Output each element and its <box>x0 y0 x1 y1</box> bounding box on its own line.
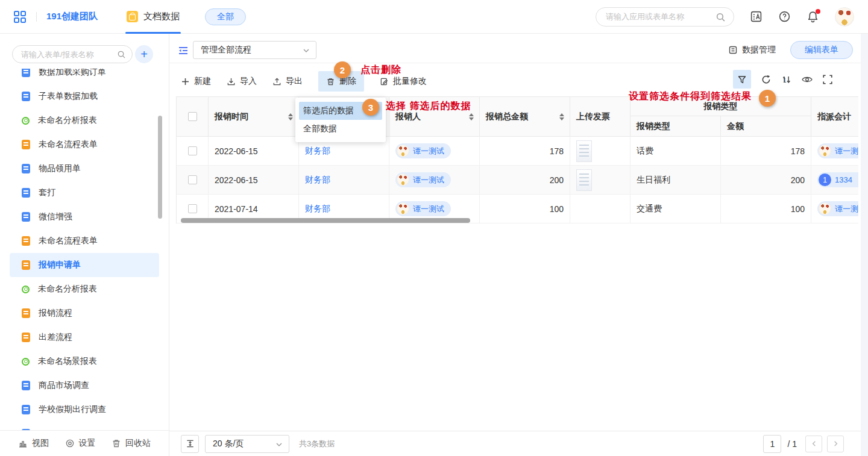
sidebar-scrollbar[interactable] <box>158 116 162 219</box>
export-label: 导出 <box>286 76 303 87</box>
menu-item-all-data[interactable]: 全部数据 <box>299 120 382 138</box>
sidebar-item[interactable]: 套打 <box>10 181 159 205</box>
accountant-tag[interactable]: 谭一测试 <box>817 143 858 158</box>
sort-toggle[interactable] <box>559 113 564 120</box>
page-size-select[interactable]: 20 条/页 <box>205 435 289 453</box>
person-tag[interactable]: 谭一测试 <box>395 143 451 158</box>
sidebar-item[interactable]: 未命名场景报表 <box>10 349 159 373</box>
sidebar-item[interactable]: 未命名分析报表 <box>10 108 159 133</box>
accountant-tag[interactable]: 11334 <box>817 172 858 187</box>
avatar <box>819 202 831 215</box>
sidebar-item[interactable]: 报销流程 <box>10 301 159 325</box>
col-amount[interactable]: 金额 <box>721 116 811 136</box>
person-name: 谭一测试 <box>413 175 444 186</box>
form-icon <box>22 164 30 173</box>
table-row[interactable]: 2022-06-15 财务部 谭一测试 178 话费 178 谭一测试 <box>177 137 858 166</box>
row-height-button[interactable] <box>181 435 199 453</box>
settings-button[interactable]: 设置 <box>65 438 96 449</box>
sort-toggle[interactable] <box>288 113 293 120</box>
team-name[interactable]: 191创建团队 <box>46 11 98 22</box>
person-tag[interactable]: 谭一测试 <box>395 201 451 216</box>
cell-dept-link[interactable]: 财务部 <box>305 175 330 186</box>
member-count-badge: 1 <box>819 173 831 186</box>
export-button[interactable]: 导出 <box>272 76 303 87</box>
sidebar-item[interactable]: 学校假期出行调查 <box>10 398 159 422</box>
flow-form-icon <box>22 140 30 149</box>
eye-icon[interactable] <box>802 74 813 85</box>
invoice-thumbnail[interactable] <box>576 140 592 162</box>
next-page-button[interactable] <box>827 436 844 452</box>
select-all-checkbox[interactable] <box>188 112 197 121</box>
row-checkbox[interactable] <box>188 204 197 213</box>
import-button[interactable]: 导入 <box>227 76 257 87</box>
edit-form-button[interactable]: 编辑表单 <box>790 41 853 59</box>
flow-form-icon <box>22 308 30 318</box>
refresh-icon[interactable] <box>761 74 772 85</box>
sidebar-item-label: 报销流程 <box>39 308 72 319</box>
flow-form-icon <box>22 260 30 270</box>
sidebar-item-selected[interactable]: 报销申请单 <box>10 253 159 277</box>
tab-all-pill[interactable]: 全部 <box>205 8 246 25</box>
row-checkbox[interactable] <box>188 146 197 155</box>
filter-button[interactable] <box>733 70 751 89</box>
import-label: 导入 <box>240 76 257 87</box>
table-row[interactable]: 2022-06-15 财务部 谭一测试 200 生日福利 200 11334 <box>177 166 858 195</box>
trash-icon <box>326 77 335 86</box>
data-table: 报销时间 报销人 报销总金额 上传发票 报销类型 报销类型 金 <box>176 96 858 223</box>
sidebar-item[interactable] <box>10 422 159 430</box>
current-page-input[interactable]: 1 <box>763 435 781 453</box>
col-invoice[interactable]: 上传发票 <box>570 97 631 136</box>
cell-dept-link[interactable]: 财务部 <box>305 204 330 214</box>
global-search-input[interactable] <box>596 8 734 26</box>
menu-fold-icon[interactable] <box>178 45 189 56</box>
col-accountant[interactable]: 指派会计 <box>811 97 858 136</box>
col-time[interactable]: 报销时间 <box>209 97 299 136</box>
sort-toggle[interactable] <box>469 113 474 120</box>
import-icon <box>227 77 236 86</box>
invoice-thumbnail[interactable] <box>576 169 592 191</box>
apps-grid-icon[interactable] <box>13 10 27 23</box>
col-time-label: 报销时间 <box>215 111 248 122</box>
horizontal-scrollbar[interactable] <box>181 218 470 223</box>
chart-bars-icon <box>18 439 28 448</box>
sidebar-item[interactable]: 物品领用单 <box>10 157 159 181</box>
add-form-button[interactable]: + <box>135 45 153 63</box>
accountant-tag[interactable]: 谭一测试 <box>817 201 858 216</box>
col-type[interactable]: 报销类型 <box>631 116 721 136</box>
sidebar-item[interactable]: 商品市场调查 <box>10 373 159 398</box>
prev-page-button[interactable] <box>805 436 822 452</box>
user-avatar[interactable] <box>835 7 854 27</box>
translate-icon[interactable] <box>750 10 763 23</box>
cell-dept-link[interactable]: 财务部 <box>305 146 330 157</box>
tab-app-docs[interactable]: 文档数据 <box>125 0 181 34</box>
sort-icon[interactable]: 1 <box>781 74 792 85</box>
data-manage-button[interactable]: 数据管理 <box>728 45 776 55</box>
recycle-bin-button[interactable]: 回收站 <box>112 438 151 449</box>
notification-bell[interactable] <box>807 10 819 23</box>
flow-select-dropdown[interactable]: 管理全部流程 <box>193 41 316 59</box>
sidebar-item[interactable]: 出差流程 <box>10 325 159 349</box>
search-icon[interactable] <box>715 12 726 22</box>
sidebar-item[interactable]: 微信增强 <box>10 205 159 229</box>
cell-time: 2022-06-15 <box>209 166 299 194</box>
avatar <box>397 145 409 157</box>
sidebar-item[interactable]: 子表单数据加载 <box>10 84 159 108</box>
fullscreen-icon[interactable] <box>822 74 833 85</box>
col-total[interactable]: 报销总金额 <box>480 97 570 136</box>
step-badge-1: 1 <box>759 90 776 107</box>
person-tag[interactable]: 谭一测试 <box>395 172 451 187</box>
help-icon[interactable] <box>778 10 791 23</box>
views-button[interactable]: 视图 <box>18 438 49 449</box>
sidebar-item[interactable]: 未命名流程表单 <box>10 229 159 253</box>
new-button[interactable]: 新建 <box>181 76 211 87</box>
row-checkbox[interactable] <box>188 175 197 184</box>
sidebar-item-label: 未命名分析报表 <box>38 284 97 295</box>
sidebar-item[interactable]: 数据加载采购订单 <box>10 69 159 84</box>
chevron-down-icon <box>275 441 283 448</box>
sidebar-item[interactable]: 未命名流程表单 <box>10 133 159 157</box>
sidebar-item[interactable]: 未命名分析报表 <box>10 277 159 301</box>
batch-edit-button[interactable]: 批量修改 <box>380 76 427 87</box>
sidebar-item-label: 出差流程 <box>39 332 72 343</box>
sidebar-search-input[interactable] <box>13 46 132 63</box>
total-count: 共3条数据 <box>299 439 335 449</box>
